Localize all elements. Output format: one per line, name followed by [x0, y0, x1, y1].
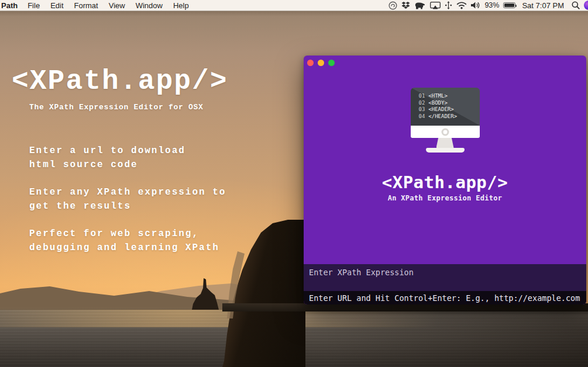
menubar-clock[interactable]: Sat 7:07 PM	[520, 1, 568, 10]
monitor-bezel	[411, 126, 480, 138]
close-button[interactable]	[307, 60, 314, 66]
sea-vignette	[0, 303, 588, 367]
xpath-expression-input[interactable]	[304, 264, 586, 291]
menu-format[interactable]: Format	[69, 1, 104, 10]
code-line: 02 <BODY>	[419, 100, 480, 107]
menu-bar: Path File Edit Format View Window Help	[0, 0, 588, 11]
monitor-stand-base	[426, 148, 465, 153]
menu-edit[interactable]: Edit	[45, 1, 68, 10]
app-title: <XPath.app/>	[304, 172, 586, 192]
hero-features: Enter a url to download html source code…	[29, 144, 345, 268]
code-line-number: 04	[419, 113, 425, 120]
code-line-number: 01	[419, 93, 425, 100]
creative-cloud-icon[interactable]	[388, 1, 397, 10]
wifi-icon[interactable]	[456, 2, 467, 9]
zoom-button[interactable]	[328, 60, 335, 66]
menu-file[interactable]: File	[22, 1, 45, 10]
code-line-tag: <HTML>	[428, 93, 448, 100]
code-line: 04 </HEADER>	[419, 113, 480, 120]
monitor-camera-dot	[441, 128, 449, 136]
code-line: 01 <HTML>	[419, 93, 480, 100]
desktop: <XPath.app/> The XPath Expression Editor…	[0, 0, 588, 367]
airplay-display-icon[interactable]	[430, 2, 441, 9]
monitor-screen: 01 <HTML> 02 <BODY> 03 <HEADER> 04 </HEA…	[411, 88, 480, 126]
battery-percent: 93%	[484, 1, 499, 9]
volume-icon[interactable]	[471, 2, 480, 9]
xpath-app-window: 01 <HTML> 02 <BODY> 03 <HEADER> 04 </HEA…	[304, 56, 586, 304]
feature-item: Enter a url to download html source code	[29, 144, 345, 172]
battery-icon[interactable]	[503, 2, 515, 8]
code-line-tag: </HEADER>	[428, 113, 457, 120]
monitor-stand-neck	[436, 138, 454, 148]
window-titlebar[interactable]	[304, 56, 586, 70]
code-line-tag: <HEADER>	[428, 106, 453, 113]
monitor-illustration: 01 <HTML> 02 <BODY> 03 <HEADER> 04 </HEA…	[411, 88, 480, 153]
feature-item: Enter any XPath expression to get the re…	[29, 185, 345, 213]
siri-icon[interactable]	[584, 1, 588, 10]
code-line-number: 03	[419, 106, 425, 113]
hero-title: <XPath.app/>	[12, 65, 228, 97]
app-subtitle: An XPath Expression Editor	[304, 194, 586, 202]
status-icons: 93% Sat 7:07 PM	[388, 1, 588, 10]
url-input[interactable]	[304, 291, 586, 304]
code-line-number: 02	[419, 100, 425, 107]
dropbox-icon[interactable]	[401, 2, 410, 9]
hero-subtitle: The XPath Expression Editor for OSX	[29, 103, 204, 112]
app-menu[interactable]: Path	[0, 1, 22, 10]
bear-icon[interactable]	[414, 2, 426, 9]
minimize-button[interactable]	[318, 60, 324, 66]
menu-window[interactable]: Window	[130, 1, 168, 10]
code-line: 03 <HEADER>	[419, 106, 480, 113]
feature-item: Perfect for web scraping, debugging and …	[29, 227, 345, 255]
code-line-tag: <BODY>	[428, 100, 448, 107]
menu-help[interactable]: Help	[168, 1, 194, 10]
menu-view[interactable]: View	[104, 1, 130, 10]
spotlight-search-icon[interactable]	[572, 1, 580, 9]
move-crosshair-icon[interactable]	[445, 1, 452, 9]
url-field-container	[304, 291, 586, 304]
xpath-expression-field-container	[304, 264, 586, 291]
